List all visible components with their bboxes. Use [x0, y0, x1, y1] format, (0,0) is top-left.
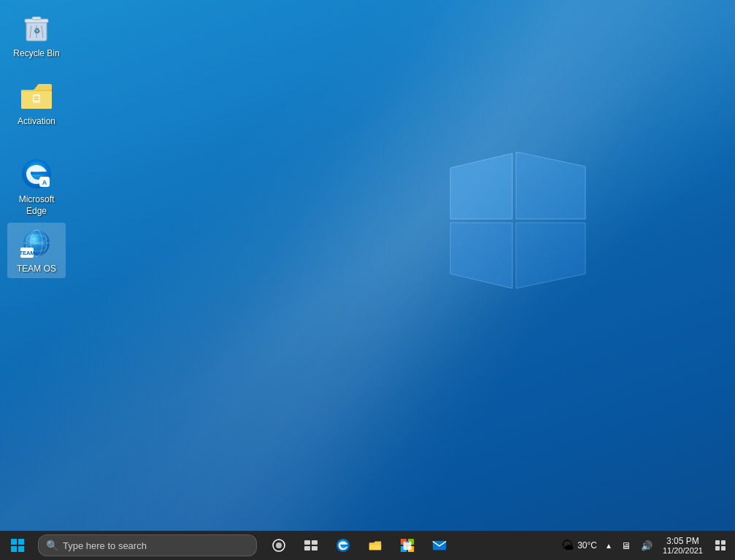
- svg-rect-2: [32, 17, 41, 20]
- task-switch-button[interactable]: [295, 531, 327, 560]
- recycle-bin-image: ♻: [19, 10, 54, 45]
- svg-rect-41: [721, 540, 726, 545]
- clock-date: 11/20/2021: [663, 546, 703, 555]
- svg-rect-30: [312, 546, 318, 551]
- taskbar-explorer-button[interactable]: [359, 531, 391, 560]
- clock-area[interactable]: 3:05 PM 11/20/2021: [657, 531, 709, 560]
- tray-expand-button[interactable]: ▲: [601, 531, 616, 560]
- recycle-bin-label: Recycle Bin: [13, 48, 59, 60]
- svg-rect-43: [721, 546, 726, 551]
- team-os-image: TEAM: [19, 226, 54, 261]
- weather-temp: 30°C: [577, 540, 597, 551]
- svg-rect-42: [715, 546, 720, 551]
- svg-rect-27: [304, 540, 310, 545]
- weather-widget[interactable]: 🌤 30°C: [557, 531, 601, 560]
- system-tray: 🌤 30°C ▲ 🖥 🔊 3:05 PM 11/20/2021: [554, 531, 735, 560]
- svg-text:A: A: [42, 179, 47, 186]
- svg-rect-40: [715, 540, 720, 545]
- svg-rect-28: [312, 540, 318, 545]
- notification-button[interactable]: [709, 531, 732, 560]
- weather-icon: 🌤: [561, 538, 574, 553]
- start-button[interactable]: [0, 531, 35, 560]
- taskbar: 🔍 Type here to search: [0, 531, 735, 560]
- activation-label: Activation: [18, 116, 55, 128]
- search-bar[interactable]: 🔍 Type here to search: [38, 534, 257, 556]
- svg-rect-22: [18, 539, 24, 545]
- svg-rect-24: [18, 546, 24, 552]
- activation-icon[interactable]: Activation: [7, 75, 66, 131]
- activation-image: [19, 78, 54, 113]
- search-placeholder-text: Type here to search: [63, 540, 147, 551]
- microsoft-edge-label: Microsoft Edge: [10, 194, 63, 217]
- volume-icon[interactable]: 🔊: [636, 531, 657, 560]
- team-os-icon[interactable]: TEAM TEAM OS: [7, 223, 66, 278]
- svg-rect-36: [404, 542, 412, 551]
- taskbar-mail-button[interactable]: [423, 531, 455, 560]
- svg-rect-7: [33, 94, 40, 103]
- clock-time: 3:05 PM: [666, 536, 699, 546]
- taskbar-store-button[interactable]: [391, 531, 423, 560]
- network-icon[interactable]: 🖥: [616, 531, 636, 560]
- team-os-label: TEAM OS: [17, 264, 56, 275]
- recycle-bin-icon[interactable]: ♻ Recycle Bin: [7, 7, 66, 63]
- search-icon: 🔍: [46, 540, 58, 551]
- microsoft-edge-icon[interactable]: A Microsoft Edge: [7, 153, 66, 220]
- edge-image: A: [19, 156, 54, 191]
- windows-logo: [443, 146, 589, 299]
- taskbar-edge-button[interactable]: [327, 531, 359, 560]
- svg-rect-21: [11, 539, 17, 545]
- svg-rect-37: [433, 541, 446, 551]
- svg-point-26: [276, 542, 282, 548]
- desktop: ♻ Recycle Bin Activation: [0, 0, 735, 531]
- svg-rect-29: [304, 546, 310, 551]
- svg-text:♻: ♻: [34, 27, 40, 35]
- svg-rect-23: [11, 546, 17, 552]
- task-view-button[interactable]: [263, 531, 295, 560]
- svg-text:TEAM: TEAM: [20, 250, 35, 256]
